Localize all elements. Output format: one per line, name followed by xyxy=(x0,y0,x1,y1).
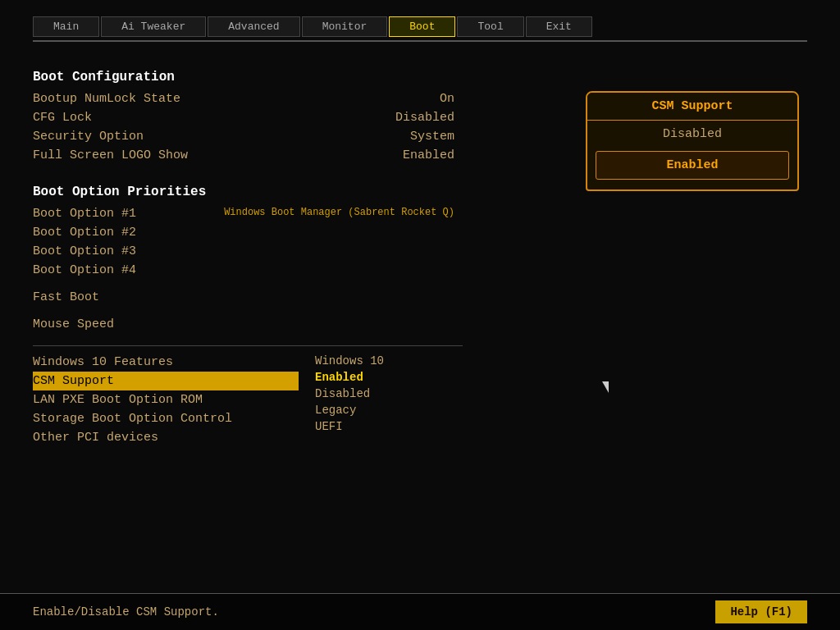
fullscreen-logo-row[interactable]: Full Screen LOGO Show Enabled xyxy=(33,146,463,165)
cfg-lock-value: Disabled xyxy=(299,111,463,125)
left-panel: Boot Configuration Bootup NumLock State … xyxy=(33,58,479,573)
boot-option1-label: Boot Option #1 xyxy=(33,207,213,221)
lan-pxe-val: Disabled xyxy=(315,386,463,402)
csm-support-label: CSM Support xyxy=(33,374,213,388)
boot-option4-row[interactable]: Boot Option #4 xyxy=(33,261,463,280)
divider xyxy=(33,345,463,346)
cfg-lock-label: CFG Lock xyxy=(33,111,213,125)
lan-pxe-row[interactable]: LAN PXE Boot Option ROM xyxy=(33,390,299,409)
bootup-numlock-label: Bootup NumLock State xyxy=(33,92,213,106)
help-description: Enable/Disable CSM Support. xyxy=(33,605,219,619)
bottom-bar: Enable/Disable CSM Support. Help (F1) xyxy=(0,593,840,630)
cfg-lock-row[interactable]: CFG Lock Disabled xyxy=(33,108,463,127)
other-pci-label: Other PCI devices xyxy=(33,431,213,445)
bottom-section: Windows 10 Features CSM Support LAN PXE … xyxy=(33,353,463,447)
help-button[interactable]: Help (F1) xyxy=(715,600,807,623)
boot-option2-label: Boot Option #2 xyxy=(33,226,213,240)
lan-pxe-label: LAN PXE Boot Option ROM xyxy=(33,393,213,407)
mouse-speed-value xyxy=(299,317,463,331)
other-pci-val: UEFI xyxy=(315,418,463,435)
boot-option4-label: Boot Option #4 xyxy=(33,263,213,277)
storage-boot-row[interactable]: Storage Boot Option Control xyxy=(33,409,299,428)
right-panel: CSM Support Disabled Enabled xyxy=(495,58,807,573)
windows-features-row[interactable]: Windows 10 Features xyxy=(33,353,299,372)
storage-boot-val: Legacy xyxy=(315,402,463,418)
boot-option3-row[interactable]: Boot Option #3 xyxy=(33,242,463,261)
bios-screen: Main Ai Tweaker Advanced Monitor Boot To… xyxy=(0,0,840,630)
csm-support-val: Enabled xyxy=(315,369,463,386)
boot-option1-row[interactable]: Boot Option #1 Windows Boot Manager (Sab… xyxy=(33,204,463,223)
boot-option3-label: Boot Option #3 xyxy=(33,244,213,258)
bootup-numlock-value: On xyxy=(299,92,463,106)
dropdown-enabled-option[interactable]: Enabled xyxy=(596,151,789,180)
boot-priorities-header: Boot Option Priorities xyxy=(33,185,463,199)
boot-configuration-header: Boot Configuration xyxy=(33,70,463,84)
fast-boot-label: Fast Boot xyxy=(33,290,213,304)
left-col: Windows 10 Features CSM Support LAN PXE … xyxy=(33,353,299,447)
security-option-label: Security Option xyxy=(33,130,213,144)
dropdown-disabled-option[interactable]: Disabled xyxy=(587,121,797,148)
dropdown-title: CSM Support xyxy=(587,93,797,121)
fullscreen-logo-label: Full Screen LOGO Show xyxy=(33,148,213,162)
security-option-value: System xyxy=(299,130,463,144)
tab-boot[interactable]: Boot xyxy=(389,16,455,37)
boot-option2-value xyxy=(299,226,463,240)
tab-ai-tweaker[interactable]: Ai Tweaker xyxy=(101,16,206,37)
main-content: Boot Configuration Bootup NumLock State … xyxy=(33,58,807,573)
tab-monitor[interactable]: Monitor xyxy=(302,16,388,37)
boot-option4-value xyxy=(299,263,463,277)
tab-advanced[interactable]: Advanced xyxy=(208,16,299,37)
fullscreen-logo-value: Enabled xyxy=(299,148,463,162)
storage-boot-label: Storage Boot Option Control xyxy=(33,412,232,426)
boot-option2-row[interactable]: Boot Option #2 xyxy=(33,223,463,242)
mouse-speed-row[interactable]: Mouse Speed xyxy=(33,315,463,334)
windows-features-val: Windows 10 xyxy=(315,353,463,369)
bootup-numlock-row[interactable]: Bootup NumLock State On xyxy=(33,89,463,108)
csm-support-row[interactable]: CSM Support xyxy=(33,372,299,390)
boot-option3-value xyxy=(299,244,463,258)
fast-boot-value xyxy=(299,290,463,304)
tab-exit[interactable]: Exit xyxy=(526,16,592,37)
fast-boot-row[interactable]: Fast Boot xyxy=(33,288,463,307)
csm-dropdown[interactable]: CSM Support Disabled Enabled xyxy=(586,91,799,191)
right-col: Windows 10 Enabled Disabled Legacy UEFI xyxy=(299,353,463,447)
mouse-cursor xyxy=(602,381,609,393)
windows-features-label: Windows 10 Features xyxy=(33,355,213,369)
security-option-row[interactable]: Security Option System xyxy=(33,127,463,146)
tab-tool[interactable]: Tool xyxy=(457,16,523,37)
boot-option1-value: Windows Boot Manager (Sabrent Rocket Q) xyxy=(224,207,463,221)
tab-bar: Main Ai Tweaker Advanced Monitor Boot To… xyxy=(33,16,807,42)
other-pci-row[interactable]: Other PCI devices xyxy=(33,428,299,447)
mouse-speed-label: Mouse Speed xyxy=(33,317,213,331)
tab-main[interactable]: Main xyxy=(33,16,99,37)
